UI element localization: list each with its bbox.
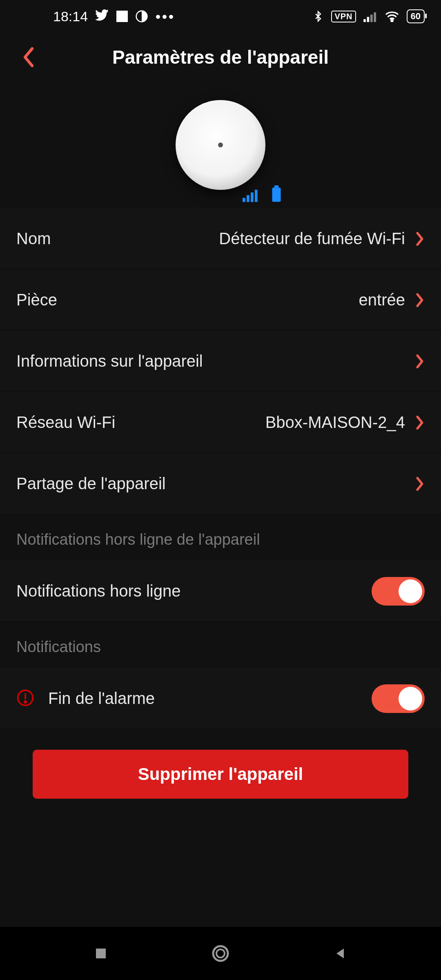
svg-point-5 xyxy=(391,20,393,22)
system-nav-bar xyxy=(0,927,441,980)
chevron-right-icon xyxy=(415,231,425,247)
row-share[interactable]: Partage de l'appareil xyxy=(0,453,441,514)
device-status-icons xyxy=(243,185,282,204)
chevron-right-icon xyxy=(415,476,425,492)
toggle-knob xyxy=(399,687,422,710)
svg-point-17 xyxy=(216,949,225,958)
svg-rect-8 xyxy=(251,192,254,202)
row-offline-label: Notifications hors ligne xyxy=(16,582,180,600)
battery-icon: 60 xyxy=(407,9,425,23)
delete-device-button[interactable]: Supprimer l'appareil xyxy=(33,750,408,799)
row-room-right: entrée xyxy=(359,291,425,309)
row-name-value: Détecteur de fumée Wi-Fi xyxy=(219,229,405,248)
svg-rect-7 xyxy=(247,195,249,202)
spacer xyxy=(0,823,441,927)
svg-rect-6 xyxy=(243,198,245,202)
device-image-area xyxy=(0,82,441,208)
toggle-knob xyxy=(399,579,422,603)
vpn-icon: VPN xyxy=(331,11,356,22)
chevron-right-icon xyxy=(415,292,425,308)
row-device-info[interactable]: Informations sur l'appareil xyxy=(0,331,441,392)
svg-point-16 xyxy=(213,946,228,961)
row-name-label: Nom xyxy=(16,229,51,248)
delete-button-label: Supprimer l'appareil xyxy=(138,764,303,784)
app-header: Paramètres de l'appareil xyxy=(0,33,441,82)
nav-back-button[interactable] xyxy=(324,937,356,970)
toggle-alarm-end[interactable] xyxy=(372,684,425,713)
svg-rect-11 xyxy=(272,187,281,202)
status-bar: 18:14 ••• VPN 60 xyxy=(0,0,441,33)
row-room-value: entrée xyxy=(359,291,405,309)
more-dots-icon: ••• xyxy=(156,9,175,24)
cellular-signal-icon xyxy=(363,11,377,22)
bluetooth-icon xyxy=(312,9,324,23)
row-name-right: Détecteur de fumée Wi-Fi xyxy=(219,229,425,248)
row-share-label: Partage de l'appareil xyxy=(16,474,166,493)
svg-rect-15 xyxy=(96,949,106,958)
row-device-info-label: Informations sur l'appareil xyxy=(16,352,203,370)
screen: 18:14 ••• VPN 60 xyxy=(0,0,441,980)
row-offline-toggle: Notifications hors ligne xyxy=(0,561,441,622)
row-alarm-label: Fin de l'alarme xyxy=(48,689,155,708)
page-title: Paramètres de l'appareil xyxy=(112,46,329,68)
app-square-icon xyxy=(116,11,128,22)
row-room-label: Pièce xyxy=(16,291,57,309)
wifi-icon xyxy=(385,11,399,22)
svg-rect-3 xyxy=(370,15,373,22)
section-notifications-header: Notifications xyxy=(0,622,441,668)
svg-rect-1 xyxy=(363,19,366,22)
row-device-info-right xyxy=(415,353,425,370)
row-share-right xyxy=(415,476,425,492)
device-image xyxy=(176,100,265,190)
alert-circle-icon xyxy=(16,689,34,708)
section-offline-header: Notifications hors ligne de l'appareil xyxy=(0,514,441,561)
chevron-right-icon xyxy=(415,353,425,370)
device-battery-icon xyxy=(271,185,282,204)
back-button[interactable] xyxy=(16,45,41,69)
svg-rect-9 xyxy=(255,190,258,202)
svg-point-14 xyxy=(24,701,26,702)
status-time: 18:14 xyxy=(53,9,88,24)
delete-area: Supprimer l'appareil xyxy=(0,729,441,823)
device-signal-icon xyxy=(243,188,259,204)
settings-list: Nom Détecteur de fumée Wi-Fi Pièce entré… xyxy=(0,208,441,729)
svg-rect-10 xyxy=(274,185,279,187)
nav-recent-button[interactable] xyxy=(85,937,117,970)
svg-rect-2 xyxy=(367,17,369,22)
row-wifi-label: Réseau Wi-Fi xyxy=(16,413,115,432)
status-left: 18:14 ••• xyxy=(53,9,175,24)
svg-rect-4 xyxy=(374,12,376,22)
row-wifi[interactable]: Réseau Wi-Fi Bbox-MAISON-2_4 xyxy=(0,392,441,453)
chevron-right-icon xyxy=(415,414,425,431)
nav-home-button[interactable] xyxy=(204,937,237,970)
circle-half-icon xyxy=(135,10,148,23)
row-room[interactable]: Pièce entrée xyxy=(0,270,441,331)
toggle-offline[interactable] xyxy=(372,577,425,606)
row-wifi-right: Bbox-MAISON-2_4 xyxy=(265,413,425,432)
status-right: VPN 60 xyxy=(312,9,425,23)
row-wifi-value: Bbox-MAISON-2_4 xyxy=(265,413,405,432)
twitter-icon xyxy=(95,9,109,23)
row-alarm-left: Fin de l'alarme xyxy=(16,689,155,708)
row-name[interactable]: Nom Détecteur de fumée Wi-Fi xyxy=(0,208,441,270)
row-alarm-end: Fin de l'alarme xyxy=(0,668,441,729)
